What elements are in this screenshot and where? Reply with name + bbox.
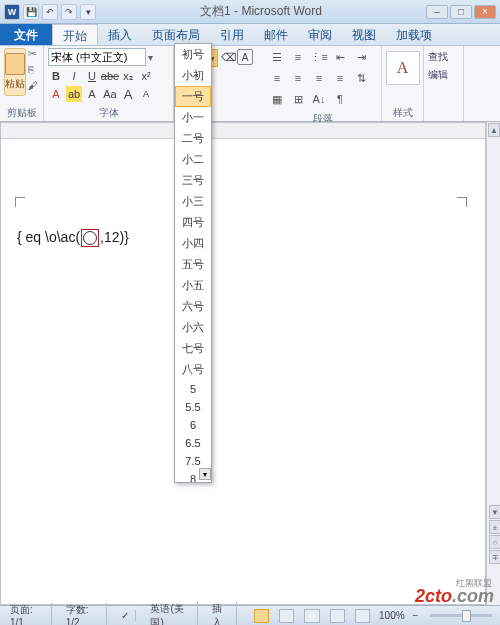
shading-icon[interactable]: ▦	[268, 90, 286, 108]
size-option[interactable]: 小一	[175, 107, 211, 128]
tab-addins[interactable]: 加载项	[386, 24, 442, 45]
status-page[interactable]: 页面: 1/1	[4, 603, 52, 625]
tab-file[interactable]: 文件	[0, 24, 52, 45]
size-option[interactable]: 小四	[175, 233, 211, 254]
size-option[interactable]: 五号	[175, 254, 211, 275]
ruler[interactable]	[1, 123, 485, 139]
size-option[interactable]: 小二	[175, 149, 211, 170]
size-option[interactable]: 6.5	[175, 434, 211, 452]
status-lang[interactable]: 英语(美国)	[144, 602, 198, 626]
size-option[interactable]: 六号	[175, 296, 211, 317]
styles-button[interactable]: A	[386, 51, 420, 85]
grow-font-button[interactable]: A	[120, 86, 136, 102]
align-left-icon[interactable]: ≡	[268, 69, 286, 87]
watermark-brand: 2cto	[415, 586, 452, 606]
prev-page-icon[interactable]: ±	[489, 520, 500, 534]
size-option[interactable]: 三号	[175, 170, 211, 191]
sort-icon[interactable]: A↓	[310, 90, 328, 108]
font-size-dropdown[interactable]: 初号小初一号小一二号小二三号小三四号小四五号小五六号小六七号八号55.566.5…	[174, 43, 212, 483]
status-zoom[interactable]: 100%	[379, 610, 405, 621]
bold-button[interactable]: B	[48, 68, 64, 84]
font-effect-button[interactable]: A	[84, 86, 100, 102]
vertical-scrollbar[interactable]: ▲ ▼ ± ○ ∓	[486, 122, 500, 605]
superscript-button[interactable]: x²	[138, 68, 154, 84]
view-outline-icon[interactable]	[330, 609, 345, 623]
highlight-button[interactable]: ab	[66, 86, 82, 102]
justify-icon[interactable]: ≡	[331, 69, 349, 87]
line-spacing-icon[interactable]: ⇅	[352, 69, 370, 87]
size-option[interactable]: 七号	[175, 338, 211, 359]
scroll-up-icon[interactable]: ▲	[488, 123, 500, 137]
next-page-icon[interactable]: ∓	[489, 550, 500, 564]
size-option[interactable]: 小三	[175, 191, 211, 212]
italic-button[interactable]: I	[66, 68, 82, 84]
tab-references[interactable]: 引用	[210, 24, 254, 45]
size-option[interactable]: 5	[175, 380, 211, 398]
show-marks-icon[interactable]: ¶	[331, 90, 349, 108]
status-words[interactable]: 字数: 1/2	[60, 603, 108, 625]
inc-indent-icon[interactable]: ⇥	[352, 48, 370, 66]
tab-view[interactable]: 视图	[342, 24, 386, 45]
cut-icon[interactable]: ✂	[28, 48, 42, 62]
view-web-icon[interactable]	[304, 609, 319, 623]
qat-more-icon[interactable]: ▾	[80, 4, 96, 20]
view-print-layout-icon[interactable]	[254, 609, 269, 623]
tab-mailings[interactable]: 邮件	[254, 24, 298, 45]
scroll-down-icon[interactable]: ▼	[489, 505, 500, 519]
size-option[interactable]: 小初	[175, 65, 211, 86]
dropdown-scroll-icon[interactable]: ▾	[199, 468, 211, 480]
zoom-slider[interactable]	[430, 614, 492, 617]
size-option[interactable]: 6	[175, 416, 211, 434]
view-fullscreen-icon[interactable]	[279, 609, 294, 623]
underline-button[interactable]: U	[84, 68, 100, 84]
size-option[interactable]: 5.5	[175, 398, 211, 416]
tab-layout[interactable]: 页面布局	[142, 24, 210, 45]
shrink-font-button[interactable]: A	[138, 86, 154, 102]
change-case-button[interactable]: Aa	[102, 86, 118, 102]
group-editing: 查找 编辑	[424, 46, 464, 121]
tab-home[interactable]: 开始	[52, 24, 98, 45]
bullets-icon[interactable]: ☰	[268, 48, 286, 66]
size-option[interactable]: 一号	[175, 86, 211, 107]
paste-button[interactable]: 粘贴	[4, 48, 26, 96]
tab-insert[interactable]: 插入	[98, 24, 142, 45]
close-button[interactable]: ×	[474, 5, 496, 19]
size-option[interactable]: 小六	[175, 317, 211, 338]
subscript-button[interactable]: x₂	[120, 68, 136, 84]
size-option[interactable]: 初号	[175, 44, 211, 65]
document-area[interactable]: { eq \o\ac(,12)}	[0, 122, 486, 605]
save-icon[interactable]: 💾	[23, 4, 39, 20]
status-spell-icon[interactable]: ✓	[115, 610, 136, 621]
align-center-icon[interactable]: ≡	[289, 69, 307, 87]
size-option[interactable]: 八号	[175, 359, 211, 380]
tab-review[interactable]: 审阅	[298, 24, 342, 45]
browse-object-icon[interactable]: ○	[489, 535, 500, 549]
undo-icon[interactable]: ↶	[42, 4, 58, 20]
redo-icon[interactable]: ↷	[61, 4, 77, 20]
copy-icon[interactable]: ⎘	[28, 64, 42, 78]
font-name-combo[interactable]: 宋体 (中文正文)	[48, 48, 146, 66]
size-option[interactable]: 二号	[175, 128, 211, 149]
status-mode[interactable]: 插入	[206, 602, 237, 626]
size-option[interactable]: 小五	[175, 275, 211, 296]
enclose-char-button[interactable]: A	[237, 49, 253, 65]
group-styles: A 样式	[382, 46, 424, 121]
maximize-button[interactable]: □	[450, 5, 472, 19]
page-content[interactable]: { eq \o\ac(,12)}	[1, 139, 485, 267]
zoom-out-icon[interactable]: −	[413, 610, 419, 621]
align-right-icon[interactable]: ≡	[310, 69, 328, 87]
edit-button[interactable]: 编辑	[428, 66, 459, 84]
circle-character	[81, 229, 99, 247]
multilevel-icon[interactable]: ⋮≡	[310, 48, 328, 66]
numbering-icon[interactable]: ≡	[289, 48, 307, 66]
minimize-button[interactable]: –	[426, 5, 448, 19]
format-painter-icon[interactable]: 🖌	[28, 80, 42, 94]
borders-icon[interactable]: ⊞	[289, 90, 307, 108]
clear-format-button[interactable]: ⌫	[221, 49, 237, 65]
size-option[interactable]: 四号	[175, 212, 211, 233]
view-draft-icon[interactable]	[355, 609, 370, 623]
font-color-button[interactable]: A	[48, 86, 64, 102]
dec-indent-icon[interactable]: ⇤	[331, 48, 349, 66]
strike-button[interactable]: abe	[102, 68, 118, 84]
find-button[interactable]: 查找	[428, 48, 459, 66]
